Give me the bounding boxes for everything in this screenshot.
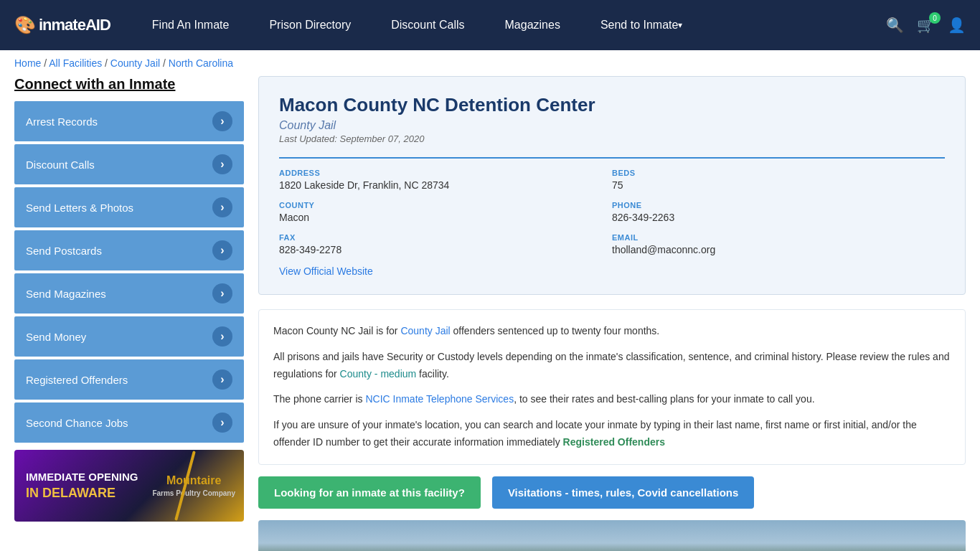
email-label: EMAIL: [612, 233, 930, 242]
nav-discount-calls[interactable]: Discount Calls: [371, 0, 484, 50]
logo[interactable]: 🎨 inmateAID: [14, 15, 110, 35]
county-medium-link[interactable]: County - medium: [340, 368, 417, 380]
county-jail-link[interactable]: County Jail: [400, 325, 450, 336]
desc-para-1: Macon County NC Jail is for County Jail …: [273, 323, 951, 340]
address-value: 1820 Lakeside Dr, Franklin, NC 28734: [279, 179, 598, 191]
ad-line2: IN DELAWARE: [26, 484, 152, 502]
fax-block: FAX 828-349-2278: [279, 233, 612, 255]
facility-image: [258, 520, 966, 551]
sidebar-item-arrest-records[interactable]: Arrest Records ›: [14, 101, 244, 141]
arrow-icon: ›: [212, 197, 232, 217]
arrow-icon: ›: [212, 369, 232, 390]
sidebar-item-registered-offenders[interactable]: Registered Offenders ›: [14, 359, 244, 400]
sidebar-item-send-postcards[interactable]: Send Postcards ›: [14, 230, 244, 270]
facility-updated: Last Updated: September 07, 2020: [279, 133, 945, 144]
main-layout: Connect with an Inmate Arrest Records › …: [0, 76, 980, 551]
arrow-icon: ›: [212, 283, 232, 303]
sidebar-item-discount-calls[interactable]: Discount Calls ›: [14, 144, 244, 184]
action-buttons: Looking for an inmate at this facility? …: [258, 476, 966, 509]
sidebar: Connect with an Inmate Arrest Records › …: [14, 76, 244, 551]
sidebar-item-send-money[interactable]: Send Money ›: [14, 316, 244, 357]
sidebar-item-send-magazines[interactable]: Send Magazines ›: [14, 273, 244, 314]
sidebar-item-second-chance-jobs[interactable]: Second Chance Jobs ›: [14, 402, 244, 443]
sidebar-title: Connect with an Inmate: [14, 76, 244, 93]
facility-name: Macon County NC Detention Center: [279, 94, 945, 116]
nav-magazines[interactable]: Magazines: [485, 0, 580, 50]
user-button[interactable]: 👤: [948, 17, 966, 34]
address-label: ADDRESS: [279, 169, 598, 177]
cart-badge: 0: [929, 12, 941, 24]
main-panel: Macon County NC Detention Center County …: [258, 76, 966, 551]
arrow-icon: ›: [212, 413, 232, 433]
phone-value: 826-349-2263: [612, 212, 930, 223]
looking-for-inmate-button[interactable]: Looking for an inmate at this facility?: [258, 476, 481, 509]
beds-value: 75: [612, 179, 930, 191]
ad-line1: IMMEDIATE OPENING: [26, 469, 152, 484]
address-block: ADDRESS 1820 Lakeside Dr, Franklin, NC 2…: [279, 169, 612, 191]
fax-label: FAX: [279, 233, 598, 242]
beds-block: BEDS 75: [612, 169, 945, 191]
main-nav: Find An Inmate Prison Directory Discount…: [132, 0, 886, 50]
phone-block: PHONE 826-349-2263: [612, 201, 945, 223]
desc-para-4: If you are unsure of your inmate's locat…: [273, 417, 951, 451]
breadcrumb-all-facilities[interactable]: All Facilities: [49, 57, 102, 69]
official-website-link[interactable]: View Official Website: [279, 265, 373, 277]
fax-value: 828-349-2278: [279, 244, 598, 255]
arrow-icon: ›: [212, 154, 232, 174]
phone-label: PHONE: [612, 201, 930, 209]
county-block: COUNTY Macon: [279, 201, 612, 223]
nav-send-to-inmate[interactable]: Send to Inmate: [580, 0, 703, 50]
arrow-icon: ›: [212, 111, 232, 131]
ad-sub: Farms Poultry Company: [152, 489, 235, 498]
county-label: COUNTY: [279, 201, 598, 209]
facility-details: ADDRESS 1820 Lakeside Dr, Franklin, NC 2…: [279, 157, 945, 255]
site-header: 🎨 inmateAID Find An Inmate Prison Direct…: [0, 0, 980, 50]
facility-description: Macon County NC Jail is for County Jail …: [258, 309, 966, 465]
breadcrumb: Home / All Facilities / County Jail / No…: [0, 50, 980, 76]
ad-banner[interactable]: IMMEDIATE OPENING IN DELAWARE Mountaire …: [14, 450, 244, 522]
email-value: tholland@maconnc.org: [612, 244, 930, 255]
logo-text: inmateAID: [39, 16, 110, 34]
facility-type: County Jail: [279, 119, 945, 132]
visitations-button[interactable]: Visitations - times, rules, Covid cancel…: [492, 476, 755, 509]
desc-para-2: All prisons and jails have Security or C…: [273, 349, 951, 383]
arrow-icon: ›: [212, 240, 232, 260]
breadcrumb-county-jail[interactable]: County Jail: [110, 57, 160, 69]
beds-label: BEDS: [612, 169, 930, 177]
breadcrumb-state[interactable]: North Carolina: [169, 57, 233, 69]
logo-icon: 🎨: [14, 15, 36, 35]
desc-para-3: The phone carrier is NCIC Inmate Telepho…: [273, 391, 951, 408]
nav-find-inmate[interactable]: Find An Inmate: [132, 0, 250, 50]
sidebar-items: Arrest Records › Discount Calls › Send L…: [14, 101, 244, 443]
sidebar-item-send-letters[interactable]: Send Letters & Photos ›: [14, 187, 244, 227]
breadcrumb-home[interactable]: Home: [14, 57, 41, 69]
registered-offenders-link[interactable]: Registered Offenders: [563, 436, 665, 448]
facility-card: Macon County NC Detention Center County …: [258, 76, 966, 295]
search-button[interactable]: 🔍: [886, 17, 904, 34]
nav-icon-area: 🔍 🛒 0 👤: [886, 17, 966, 34]
nav-prison-directory[interactable]: Prison Directory: [249, 0, 371, 50]
email-block: EMAIL tholland@maconnc.org: [612, 233, 945, 255]
cart-button[interactable]: 🛒 0: [917, 17, 935, 34]
ncic-link[interactable]: NCIC Inmate Telephone Services: [365, 393, 514, 405]
ad-brand: Mountaire: [152, 474, 235, 489]
county-value: Macon: [279, 212, 598, 223]
arrow-icon: ›: [212, 326, 232, 347]
